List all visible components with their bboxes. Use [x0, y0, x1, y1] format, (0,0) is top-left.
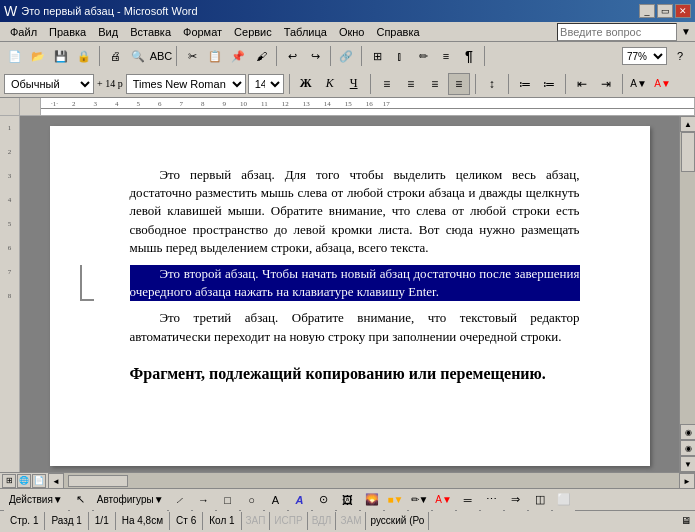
menu-table[interactable]: Таблица	[278, 24, 333, 40]
italic-button[interactable]: К	[319, 73, 341, 95]
save-button[interactable]: 💾	[50, 45, 72, 67]
numbering-button[interactable]: ≔	[538, 73, 560, 95]
web-view-button[interactable]: 🌐	[17, 474, 31, 488]
diagram-button[interactable]: ⊙	[313, 489, 335, 511]
paragraph-2[interactable]: Это второй абзац. Чтобы начать новый абз…	[130, 265, 580, 301]
menu-insert[interactable]: Вставка	[124, 24, 177, 40]
menu-view[interactable]: Вид	[92, 24, 124, 40]
autoshapes-button[interactable]: Автофигуры ▼	[94, 489, 167, 511]
font-size-select[interactable]: 14 12 16	[248, 74, 284, 94]
help-search-input[interactable]	[557, 23, 677, 41]
undo-button[interactable]: ↩	[281, 45, 303, 67]
paragraph-4[interactable]: Фрагмент, подлежащий копированию или пер…	[130, 362, 580, 386]
format-painter-button[interactable]: 🖌	[250, 45, 272, 67]
arrow-button[interactable]: →	[193, 489, 215, 511]
font-color-button[interactable]: A▼	[652, 73, 674, 95]
spellcheck-button[interactable]: ABC	[150, 45, 172, 67]
open-button[interactable]: 📂	[27, 45, 49, 67]
dash-style-button[interactable]: ⋯	[481, 489, 503, 511]
redo-button[interactable]: ↪	[304, 45, 326, 67]
menu-help[interactable]: Справка	[370, 24, 425, 40]
select-button[interactable]: ↖	[70, 489, 92, 511]
minimize-button[interactable]: _	[639, 4, 655, 18]
hyperlink-button[interactable]: 🔗	[335, 45, 357, 67]
cut-button[interactable]: ✂	[181, 45, 203, 67]
new-button[interactable]: 📄	[4, 45, 26, 67]
rect-button[interactable]: □	[217, 489, 239, 511]
scroll-track[interactable]	[680, 132, 695, 424]
h-scroll-track[interactable]	[64, 473, 679, 488]
font-select[interactable]: Times New Roman Arial	[126, 74, 246, 94]
line-style-button[interactable]: ═	[457, 489, 479, 511]
restore-button[interactable]: ▭	[657, 4, 673, 18]
document-page[interactable]: Это первый абзац. Для того чтобы выделит…	[50, 126, 650, 466]
actions-menu[interactable]: Действия ▼	[4, 489, 68, 511]
permission-button[interactable]: 🔒	[73, 45, 95, 67]
columns-button[interactable]: ⫿	[389, 45, 411, 67]
standard-toolbar: 📄 📂 💾 🔒 🖨 🔍 ABC ✂ 📋 📌 🖌 ↩ ↪ 🔗 ⊞ ⫿ ✏ ≡ ¶ …	[0, 42, 695, 70]
prev-page-button[interactable]: ◉	[680, 424, 695, 440]
line-button[interactable]: ⟋	[169, 489, 191, 511]
wordart-button[interactable]: A	[289, 489, 311, 511]
menu-bar: Файл Правка Вид Вставка Формат Сервис Та…	[0, 22, 695, 42]
menu-file[interactable]: Файл	[4, 24, 43, 40]
help-search-btn[interactable]: ▼	[681, 26, 691, 37]
show-formatting-button[interactable]: ¶	[458, 45, 480, 67]
clipart-button[interactable]: 🖼	[337, 489, 359, 511]
scroll-thumb[interactable]	[681, 132, 695, 172]
shadow-button[interactable]: ◫	[529, 489, 551, 511]
paragraph-3[interactable]: Это третий абзац. Обратите внимание, что…	[130, 309, 580, 345]
scroll-right-button[interactable]: ►	[679, 473, 695, 489]
normal-view-button[interactable]: ⊞	[2, 474, 16, 488]
scroll-up-button[interactable]: ▲	[680, 116, 695, 132]
fill-color-button[interactable]: ■▼	[385, 489, 407, 511]
bullets-button[interactable]: ≔	[514, 73, 536, 95]
font-color2-button[interactable]: A▼	[433, 489, 455, 511]
format-toolbar: Обычный + 14 р Times New Roman Arial 14 …	[0, 70, 695, 98]
zoom-select[interactable]: 77% 100% 150%	[622, 47, 667, 65]
scroll-left-button[interactable]: ◄	[48, 473, 64, 489]
align-right-button[interactable]: ≡	[424, 73, 446, 95]
menu-window[interactable]: Окно	[333, 24, 371, 40]
paragraph-1[interactable]: Это первый абзац. Для того чтобы выделит…	[130, 166, 580, 257]
print-button[interactable]: 🖨	[104, 45, 126, 67]
line-spacing-button[interactable]: ↕	[481, 73, 503, 95]
highlight-button[interactable]: A▼	[628, 73, 650, 95]
drawing-button[interactable]: ✏	[412, 45, 434, 67]
picture-button[interactable]: 🌄	[361, 489, 383, 511]
copy-button[interactable]: 📋	[204, 45, 226, 67]
underline-button[interactable]: Ч	[343, 73, 365, 95]
help-button[interactable]: ?	[669, 45, 691, 67]
status-page: Стр. 1	[4, 512, 45, 530]
status-section: Разд 1	[45, 512, 88, 530]
print-preview-button[interactable]: 🔍	[127, 45, 149, 67]
status-lang: русский (Ро	[366, 512, 429, 530]
close-button[interactable]: ✕	[675, 4, 691, 18]
increase-indent-button[interactable]: ⇥	[595, 73, 617, 95]
style-select[interactable]: Обычный	[4, 74, 94, 94]
align-justify-button[interactable]: ≡	[448, 73, 470, 95]
menu-tools[interactable]: Сервис	[228, 24, 278, 40]
paste-button[interactable]: 📌	[227, 45, 249, 67]
menu-format[interactable]: Формат	[177, 24, 228, 40]
print-view-button[interactable]: 📄	[32, 474, 46, 488]
scroll-down-button[interactable]: ▼	[680, 456, 695, 472]
h-scroll-thumb[interactable]	[68, 475, 128, 487]
docmap-button[interactable]: ≡	[435, 45, 457, 67]
align-left-button[interactable]: ≡	[376, 73, 398, 95]
decrease-indent-button[interactable]: ⇤	[571, 73, 593, 95]
oval-button[interactable]: ○	[241, 489, 263, 511]
line-color-button[interactable]: ✏▼	[409, 489, 431, 511]
arrow-style-button[interactable]: ⇒	[505, 489, 527, 511]
vertical-scrollbar[interactable]: ▲ ◉ ◉ ▼	[679, 116, 695, 472]
status-position: На 4,8см	[116, 512, 170, 530]
align-center-button[interactable]: ≡	[400, 73, 422, 95]
next-page-button[interactable]: ◉	[680, 440, 695, 456]
horizontal-scrollbar: ⊞ 🌐 📄 ◄ ►	[0, 472, 695, 488]
bold-button[interactable]: Ж	[295, 73, 317, 95]
drawing-toolbar: Действия ▼ ↖ Автофигуры ▼ ⟋ → □ ○ A A ⊙ …	[0, 488, 695, 510]
menu-edit[interactable]: Правка	[43, 24, 92, 40]
3d-button[interactable]: ⬜	[553, 489, 575, 511]
textbox-button[interactable]: A	[265, 489, 287, 511]
table-button[interactable]: ⊞	[366, 45, 388, 67]
